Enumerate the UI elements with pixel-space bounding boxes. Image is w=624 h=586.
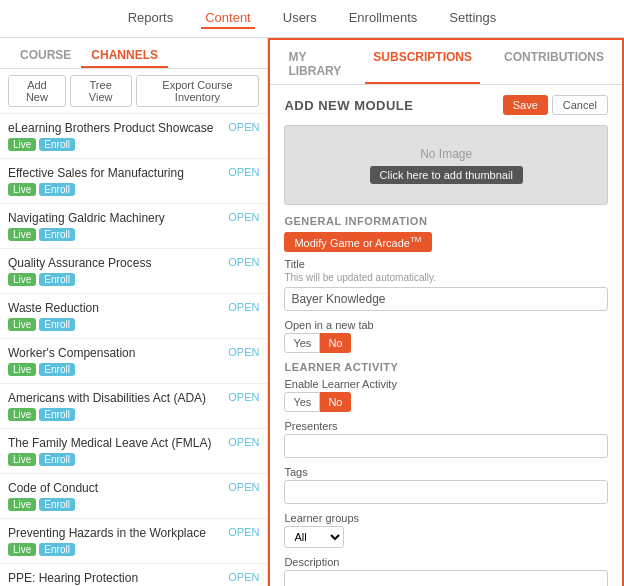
- left-panel: COURSE CHANNELS Add New Tree View Export…: [0, 38, 268, 586]
- top-navigation: Reports Content Users Enrollments Settin…: [0, 0, 624, 38]
- course-title: Preventing Hazards in the Workplace: [8, 526, 206, 540]
- add-thumbnail-button[interactable]: Click here to add thumbnail: [370, 166, 523, 184]
- open-link[interactable]: OPEN: [228, 436, 259, 448]
- tags-label: Tags: [284, 466, 608, 478]
- tab-subscriptions[interactable]: SUBSCRIPTIONS: [365, 46, 480, 84]
- course-title: Code of Conduct: [8, 481, 98, 495]
- course-title: Americans with Disabilities Act (ADA): [8, 391, 206, 405]
- no-image-text: No Image: [420, 147, 472, 161]
- nav-reports[interactable]: Reports: [124, 8, 178, 29]
- course-title: Effective Sales for Manufacturing: [8, 166, 184, 180]
- badge-enroll: Enroll: [39, 273, 75, 286]
- open-link[interactable]: OPEN: [228, 571, 259, 583]
- open-new-tab-toggle: Yes No: [284, 333, 608, 353]
- description-textarea[interactable]: [284, 570, 608, 586]
- learner-activity-yes[interactable]: Yes: [284, 392, 320, 412]
- learner-groups-select[interactable]: All: [284, 526, 344, 548]
- badge-enroll: Enroll: [39, 138, 75, 151]
- badge-live: Live: [8, 453, 36, 466]
- add-module-header: ADD NEW MODULE Save Cancel: [284, 95, 608, 115]
- course-title: Waste Reduction: [8, 301, 99, 315]
- badge-enroll: Enroll: [39, 183, 75, 196]
- general-info-section-label: GENERAL INFORMATION: [284, 215, 608, 227]
- open-new-tab-label: Open in a new tab: [284, 319, 608, 331]
- nav-users[interactable]: Users: [279, 8, 321, 29]
- title-label: Title: [284, 258, 608, 270]
- list-item: Americans with Disabilities Act (ADA)Liv…: [0, 384, 267, 429]
- header-buttons: Save Cancel: [503, 95, 608, 115]
- badge-enroll: Enroll: [39, 228, 75, 241]
- badge-live: Live: [8, 273, 36, 286]
- open-link[interactable]: OPEN: [228, 526, 259, 538]
- badge-live: Live: [8, 543, 36, 556]
- thumbnail-area[interactable]: No Image Click here to add thumbnail: [284, 125, 608, 205]
- badge-enroll: Enroll: [39, 363, 75, 376]
- left-tabs: COURSE CHANNELS: [0, 38, 267, 69]
- badge-live: Live: [8, 408, 36, 421]
- badge-live: Live: [8, 138, 36, 151]
- list-item: Effective Sales for ManufacturingLiveEnr…: [0, 159, 267, 204]
- list-item: Quality Assurance ProcessLiveEnrollOPEN: [0, 249, 267, 294]
- badge-enroll: Enroll: [39, 498, 75, 511]
- badge-live: Live: [8, 228, 36, 241]
- tree-view-button[interactable]: Tree View: [70, 75, 132, 107]
- list-item: Preventing Hazards in the WorkplaceLiveE…: [0, 519, 267, 564]
- main-layout: COURSE CHANNELS Add New Tree View Export…: [0, 38, 624, 586]
- course-title: Navigating Galdric Machinery: [8, 211, 165, 225]
- cancel-button[interactable]: Cancel: [552, 95, 608, 115]
- open-link[interactable]: OPEN: [228, 211, 259, 223]
- badge-enroll: Enroll: [39, 318, 75, 331]
- enable-learner-label: Enable Learner Activity: [284, 378, 608, 390]
- badge-live: Live: [8, 498, 36, 511]
- tab-contributions[interactable]: CONTRIBUTIONS: [496, 46, 612, 84]
- list-item: Worker's CompensationLiveEnrollOPEN: [0, 339, 267, 384]
- open-link[interactable]: OPEN: [228, 166, 259, 178]
- tab-channels[interactable]: CHANNELS: [81, 44, 168, 68]
- open-link[interactable]: OPEN: [228, 301, 259, 313]
- open-link[interactable]: OPEN: [228, 256, 259, 268]
- badge-live: Live: [8, 363, 36, 376]
- modify-game-button[interactable]: Modify Game or ArcadeTM: [284, 232, 431, 252]
- add-module-title: ADD NEW MODULE: [284, 98, 413, 113]
- open-link[interactable]: OPEN: [228, 481, 259, 493]
- open-link[interactable]: OPEN: [228, 121, 259, 133]
- title-sublabel: This will be updated automatically.: [284, 272, 608, 283]
- badge-enroll: Enroll: [39, 453, 75, 466]
- right-tabs: MY LIBRARY SUBSCRIPTIONS CONTRIBUTIONS: [270, 40, 622, 85]
- tab-my-library[interactable]: MY LIBRARY: [280, 46, 349, 84]
- open-link[interactable]: OPEN: [228, 391, 259, 403]
- open-link[interactable]: OPEN: [228, 346, 259, 358]
- right-panel: MY LIBRARY SUBSCRIPTIONS CONTRIBUTIONS A…: [268, 38, 624, 586]
- list-item: eLearning Brothers Product ShowcaseLiveE…: [0, 114, 267, 159]
- export-course-button[interactable]: Export Course Inventory: [136, 75, 260, 107]
- list-item: Code of ConductLiveEnrollOPEN: [0, 474, 267, 519]
- presenters-input[interactable]: [284, 434, 608, 458]
- course-title: eLearning Brothers Product Showcase: [8, 121, 213, 135]
- badge-enroll: Enroll: [39, 543, 75, 556]
- tags-input[interactable]: [284, 480, 608, 504]
- nav-settings[interactable]: Settings: [445, 8, 500, 29]
- badge-live: Live: [8, 183, 36, 196]
- list-item: PPE: Hearing ProtectionLiveEnrollOPEN: [0, 564, 267, 586]
- learner-activity-toggle: Yes No: [284, 392, 608, 412]
- nav-content[interactable]: Content: [201, 8, 255, 29]
- nav-enrollments[interactable]: Enrollments: [345, 8, 422, 29]
- title-input[interactable]: [284, 287, 608, 311]
- list-item: The Family Medical Leave Act (FMLA)LiveE…: [0, 429, 267, 474]
- add-module-panel: ADD NEW MODULE Save Cancel No Image Clic…: [270, 85, 622, 586]
- save-button[interactable]: Save: [503, 95, 548, 115]
- course-title: Quality Assurance Process: [8, 256, 151, 270]
- course-list: eLearning Brothers Product ShowcaseLiveE…: [0, 114, 267, 586]
- open-new-tab-no[interactable]: No: [320, 333, 351, 353]
- add-new-button[interactable]: Add New: [8, 75, 66, 107]
- badge-live: Live: [8, 318, 36, 331]
- badge-enroll: Enroll: [39, 408, 75, 421]
- open-new-tab-yes[interactable]: Yes: [284, 333, 320, 353]
- course-title: Worker's Compensation: [8, 346, 135, 360]
- list-item: Waste ReductionLiveEnrollOPEN: [0, 294, 267, 339]
- tab-course[interactable]: COURSE: [10, 44, 81, 68]
- learner-activity-no[interactable]: No: [320, 392, 351, 412]
- list-item: Navigating Galdric MachineryLiveEnrollOP…: [0, 204, 267, 249]
- learner-groups-label: Learner groups: [284, 512, 608, 524]
- presenters-label: Presenters: [284, 420, 608, 432]
